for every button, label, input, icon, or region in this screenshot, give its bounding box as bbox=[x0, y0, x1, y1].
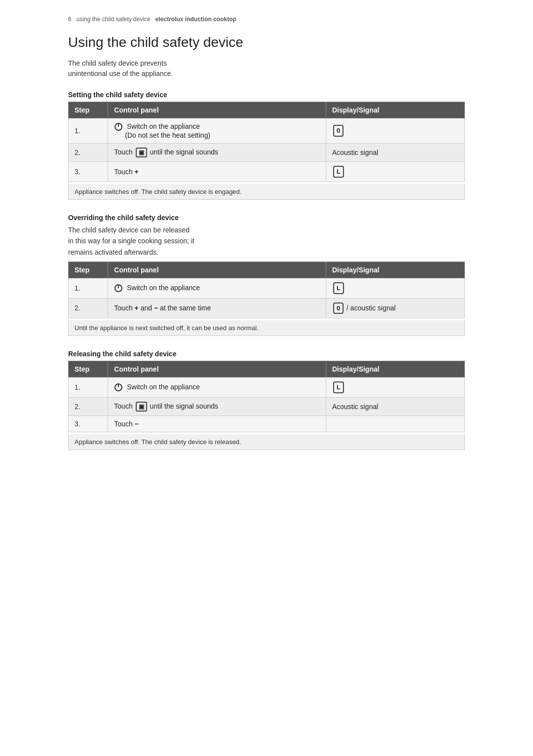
table-row: 3. Touch − bbox=[69, 416, 465, 432]
zero-icon: 0 bbox=[333, 125, 343, 137]
step-2: 2. bbox=[69, 298, 108, 318]
control-2: Touch ▣ until the signal sounds bbox=[108, 397, 326, 416]
power-icon bbox=[114, 122, 123, 131]
releasing-title: Releasing the child safety device bbox=[68, 350, 465, 358]
setting-table: Step Control panel Display/Signal 1. Swi… bbox=[68, 102, 465, 182]
display-3 bbox=[326, 416, 464, 432]
control-1: Switch on the appliance bbox=[108, 378, 326, 398]
table-row: 2. Touch ▣ until the signal sounds Acous… bbox=[69, 144, 465, 162]
intro-text: The child safety device preventsunintent… bbox=[68, 58, 465, 79]
display-2: Acoustic signal bbox=[326, 397, 464, 416]
table-row: 1. Switch on the appliance L bbox=[69, 278, 465, 299]
key-icon: ▣ bbox=[136, 148, 147, 157]
setting-section: Setting the child safety device Step Con… bbox=[68, 91, 465, 200]
display-3: L bbox=[326, 162, 464, 182]
page-number: 6 bbox=[68, 16, 72, 23]
control-3: Touch − bbox=[108, 416, 326, 432]
setting-col-control: Control panel bbox=[108, 102, 326, 118]
overriding-title: Overriding the child safety device bbox=[68, 214, 465, 222]
control-2: Touch + and − at the same time bbox=[108, 298, 326, 318]
header-text: using the child safety device bbox=[76, 16, 151, 23]
setting-col-display: Display/Signal bbox=[326, 102, 464, 118]
step-3: 3. bbox=[69, 416, 108, 432]
power-icon bbox=[114, 284, 123, 293]
brand-name: electrolux induction cooktop bbox=[155, 16, 236, 23]
overriding-col-control: Control panel bbox=[108, 262, 326, 278]
step-1: 1. bbox=[69, 118, 108, 144]
control-1: Switch on the appliance bbox=[108, 278, 326, 299]
table-row: 2. Touch + and − at the same time 0 / ac… bbox=[69, 298, 465, 318]
overriding-desc: The child safety device can be releasedi… bbox=[68, 225, 465, 258]
key-icon: ▣ bbox=[136, 402, 147, 412]
display-2: 0 / acoustic signal bbox=[326, 298, 464, 318]
step-2: 2. bbox=[69, 397, 108, 416]
power-icon bbox=[114, 383, 123, 392]
display-1: L bbox=[326, 278, 464, 299]
display-2: Acoustic signal bbox=[326, 144, 464, 162]
table-row: 1. Switch on the appliance L bbox=[69, 378, 465, 398]
display-1: L bbox=[326, 378, 464, 398]
setting-col-step: Step bbox=[69, 102, 108, 118]
releasing-section: Releasing the child safety device Step C… bbox=[68, 350, 465, 450]
releasing-col-control: Control panel bbox=[108, 361, 326, 378]
releasing-col-display: Display/Signal bbox=[326, 361, 464, 378]
step-1: 1. bbox=[69, 378, 108, 398]
overriding-col-display: Display/Signal bbox=[326, 262, 464, 278]
table-row: 2. Touch ▣ until the signal sounds Acous… bbox=[69, 397, 465, 416]
display-1: 0 bbox=[326, 118, 464, 144]
releasing-table: Step Control panel Display/Signal 1. Swi… bbox=[68, 361, 465, 432]
overriding-table: Step Control panel Display/Signal 1. Swi… bbox=[68, 262, 465, 318]
L-icon: L bbox=[333, 381, 344, 393]
page-title: Using the child safety device bbox=[68, 35, 465, 50]
L-icon: L bbox=[333, 166, 344, 178]
releasing-footer: Appliance switches off. The child safety… bbox=[68, 434, 465, 450]
setting-footer: Appliance switches off. The child safety… bbox=[68, 184, 465, 200]
overriding-section: Overriding the child safety device The c… bbox=[68, 214, 465, 336]
control-1: Switch on the appliance(Do not set the h… bbox=[108, 118, 326, 144]
page-header: 6 using the child safety device electrol… bbox=[68, 16, 465, 23]
control-3: Touch + bbox=[108, 162, 326, 182]
releasing-col-step: Step bbox=[69, 361, 108, 378]
step-2: 2. bbox=[69, 144, 108, 162]
zero-icon: 0 bbox=[333, 302, 343, 314]
control-2: Touch ▣ until the signal sounds bbox=[108, 144, 326, 162]
overriding-footer: Until the appliance is next switched off… bbox=[68, 320, 465, 336]
setting-title: Setting the child safety device bbox=[68, 91, 465, 99]
table-row: 3. Touch + L bbox=[69, 162, 465, 182]
overriding-col-step: Step bbox=[69, 262, 108, 278]
table-row: 1. Switch on the appliance(Do not set th… bbox=[69, 118, 465, 144]
step-1: 1. bbox=[69, 278, 108, 299]
step-3: 3. bbox=[69, 162, 108, 182]
L-icon: L bbox=[333, 282, 344, 294]
